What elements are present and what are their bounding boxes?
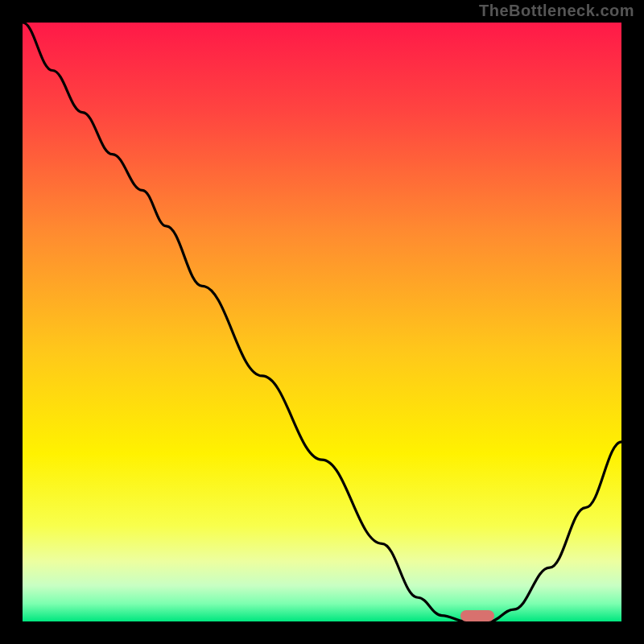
bottleneck-curve — [23, 23, 621, 621]
chart-frame: TheBottleneck.com — [0, 0, 644, 644]
optimal-marker — [460, 610, 494, 621]
plot-area — [23, 23, 621, 621]
watermark-text: TheBottleneck.com — [479, 2, 634, 20]
